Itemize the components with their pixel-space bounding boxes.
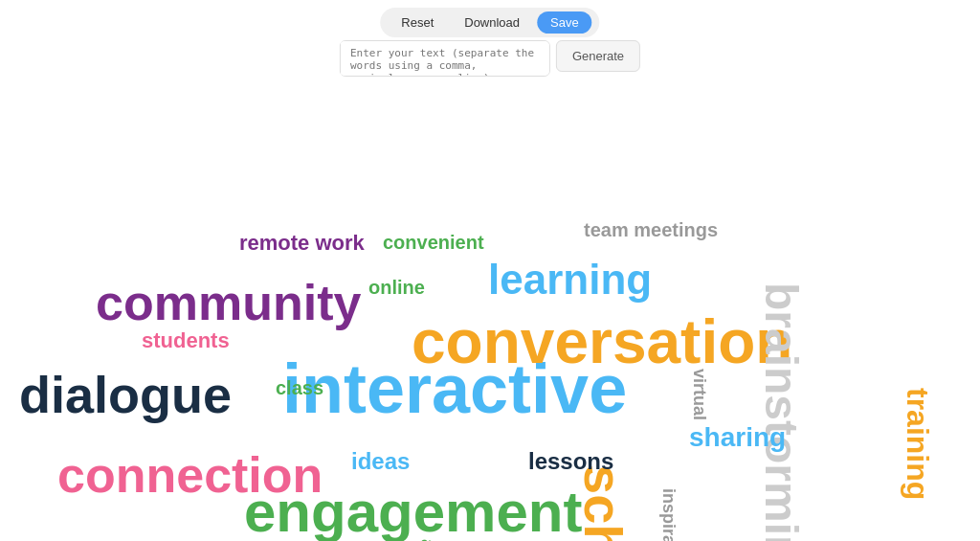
word-class: class [276, 378, 323, 397]
word-remote-work: remote work [239, 233, 365, 254]
word-community: community [96, 278, 361, 327]
word-ideas: ideas [351, 450, 410, 473]
word-team-meetings: team meetings [584, 220, 718, 239]
word-online: online [368, 278, 425, 297]
word-lessons: lessons [528, 450, 613, 473]
reset-button[interactable]: Reset [388, 11, 447, 34]
word-convenient: convenient [383, 233, 484, 252]
word-sharing: sharing [689, 424, 786, 451]
download-button[interactable]: Download [451, 11, 533, 34]
save-button[interactable]: Save [537, 11, 592, 34]
word-training: training [902, 388, 933, 500]
generate-button[interactable]: Generate [556, 40, 640, 72]
word-connection: connection [57, 450, 323, 500]
input-area: Generate [340, 40, 640, 77]
word-school: school [576, 464, 630, 541]
word-virtual: virtual [691, 369, 708, 420]
word-brainstorming: brainstorming [758, 282, 804, 541]
word-inspiration: inspiration [660, 488, 678, 541]
word-learning: learning [488, 259, 652, 301]
word-students: students [142, 330, 230, 351]
word-dialogue: dialogue [19, 369, 232, 420]
word-conversation: conversation [412, 311, 792, 372]
toolbar: Reset Download Save [380, 8, 599, 37]
text-input[interactable] [340, 40, 550, 77]
wordcloud: interactiveconversationengagementcommuni… [0, 91, 980, 541]
